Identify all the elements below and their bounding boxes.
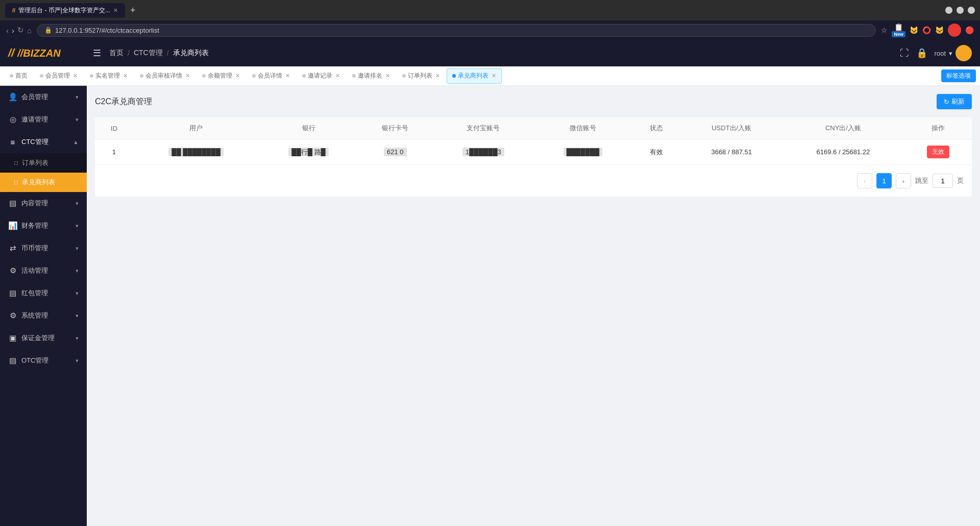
breadcrumb: 首页 / CTC管理 / 承兑商列表 <box>109 49 209 58</box>
menu-icon1[interactable]: 🐱 <box>910 26 918 34</box>
sidebar-item-member[interactable]: 👤会员管理▾ <box>0 86 87 108</box>
page-tab-1[interactable]: 会员管理✕ <box>34 68 83 84</box>
sidebar-item-otc[interactable]: ▤OTC管理▾ <box>0 349 87 372</box>
profile-avatar[interactable] <box>948 23 961 37</box>
col-header-2: 银行 <box>259 117 358 139</box>
sidebar-sub-order-list[interactable]: □订单列表 <box>0 153 87 173</box>
page-tab-4[interactable]: 余额管理✕ <box>197 68 246 84</box>
page-tab-8[interactable]: 订单列表✕ <box>397 68 446 84</box>
col-header-4: 支付宝账号 <box>432 117 534 139</box>
sidebar-sub-icon-order-list: □ <box>14 159 18 166</box>
cell-0-2: ██行█ 路█ <box>259 139 358 165</box>
sidebar-chevron-content: ▾ <box>76 200 79 207</box>
browser-tab-title: 管理后台 - 币严|全球数字资产交... <box>18 6 110 15</box>
lock-button[interactable]: 🔒 <box>916 47 927 59</box>
sidebar-chevron-coin: ▾ <box>76 245 79 252</box>
page-label: 页 <box>957 176 964 185</box>
sidebar-item-content[interactable]: ▤内容管理▾ <box>0 192 87 214</box>
page-1-button[interactable]: 1 <box>876 173 892 188</box>
home-button[interactable]: ⌂ <box>27 26 32 35</box>
sidebar-label-system: 系统管理 <box>21 311 48 320</box>
page-tab-2[interactable]: 实名管理✕ <box>84 68 133 84</box>
sidebar-chevron-redpack: ▾ <box>76 290 79 297</box>
extensions-button[interactable]: 📋 New <box>892 23 905 37</box>
cell-0-1: ██ ████████ <box>133 139 259 165</box>
sidebar-label-activity: 活动管理 <box>21 266 48 275</box>
page-tab-3[interactable]: 会员审核详情✕ <box>134 68 195 84</box>
sidebar-icon-ctc: ≡ <box>8 138 17 147</box>
tab-close-7[interactable]: ✕ <box>385 73 390 79</box>
prev-page-button[interactable]: ‹ <box>857 173 872 188</box>
sidebar-label-margin: 保证金管理 <box>21 333 55 343</box>
url-bar[interactable]: 🔒 127.0.0.1:9527/#/ctc/ctcacceptorlist <box>37 24 876 37</box>
sidebar-item-invite[interactable]: ◎邀请管理▾ <box>0 108 87 131</box>
fullscreen-button[interactable]: ⛶ <box>900 48 909 59</box>
tag-select-button[interactable]: 标签选项 <box>941 69 976 82</box>
tab-close-8[interactable]: ✕ <box>435 73 440 79</box>
minimize-button[interactable] <box>945 7 952 14</box>
page-tab-5[interactable]: 会员详情✕ <box>247 68 296 84</box>
sidebar-item-ctc[interactable]: ≡CTC管理▲ <box>0 131 87 153</box>
next-page-button[interactable]: › <box>896 173 911 188</box>
tab-close-5[interactable]: ✕ <box>285 73 290 79</box>
sidebar: 👤会员管理▾◎邀请管理▾≡CTC管理▲□订单列表□承兑商列表▤内容管理▾📊财务管… <box>0 86 87 526</box>
sidebar-label-content: 内容管理 <box>21 199 48 208</box>
sidebar-icon-otc: ▤ <box>8 356 17 365</box>
user-info[interactable]: root ▾ <box>935 45 972 61</box>
tab-dot-2 <box>90 74 93 78</box>
sidebar-label-otc: OTC管理 <box>21 356 48 365</box>
sidebar-sub-acceptor-list[interactable]: □承兑商列表 <box>0 173 87 192</box>
invalid-button-0[interactable]: 无效 <box>927 146 949 158</box>
cell-0-5: ███████ <box>534 139 631 165</box>
sidebar-item-system[interactable]: ⚙系统管理▾ <box>0 304 87 327</box>
cell-action-0: 无效 <box>905 139 972 165</box>
menu-icon3[interactable]: 🐱 <box>935 26 944 34</box>
breadcrumb-ctc[interactable]: CTC管理 <box>134 49 163 58</box>
col-header-9: 操作 <box>905 117 972 139</box>
goto-input[interactable] <box>933 174 953 188</box>
sidebar-icon-finance: 📊 <box>8 221 17 230</box>
sidebar-item-activity[interactable]: ⚙活动管理▾ <box>0 259 87 282</box>
sidebar-label-ctc: CTC管理 <box>21 137 48 147</box>
extensions-icon[interactable]: 🔴 <box>965 26 974 34</box>
tab-close-3[interactable]: ✕ <box>185 73 190 79</box>
browser-tab-close[interactable]: ✕ <box>113 7 118 14</box>
tab-close-4[interactable]: ✕ <box>235 73 240 79</box>
sidebar-item-redpack[interactable]: ▤红包管理▾ <box>0 282 87 304</box>
sidebar-item-margin[interactable]: ▣保证金管理▾ <box>0 327 87 349</box>
bookmark-button[interactable]: ☆ <box>881 26 888 34</box>
sidebar-chevron-invite: ▾ <box>76 116 79 123</box>
sidebar-label-finance: 财务管理 <box>21 221 48 230</box>
menu-icon2[interactable]: ⭕ <box>922 26 931 34</box>
hamburger-button[interactable]: ☰ <box>93 47 101 59</box>
sidebar-label-coin: 币币管理 <box>21 244 48 253</box>
new-tab-button[interactable]: + <box>127 5 139 16</box>
sidebar-item-finance[interactable]: 📊财务管理▾ <box>0 214 87 237</box>
tab-dot-7 <box>352 74 356 78</box>
col-header-8: CNY出/入账 <box>781 117 905 139</box>
forward-button[interactable]: › <box>12 26 14 35</box>
page-tab-7[interactable]: 邀请排名✕ <box>347 68 396 84</box>
tab-close-2[interactable]: ✕ <box>123 73 128 79</box>
sidebar-chevron-member: ▾ <box>76 94 79 101</box>
col-header-1: 用户 <box>133 117 259 139</box>
tab-close-6[interactable]: ✕ <box>335 73 340 79</box>
tab-close-1[interactable]: ✕ <box>73 73 78 79</box>
url-text: 127.0.0.1:9527/#/ctc/ctcacceptorlist <box>55 27 159 34</box>
refresh-button[interactable]: ↻ 刷新 <box>937 94 972 109</box>
logo-icon: // <box>8 46 14 60</box>
sidebar-item-coin[interactable]: ⇄币币管理▾ <box>0 237 87 259</box>
cell-0-7: 3668 / 887.51 <box>681 139 781 165</box>
close-button[interactable] <box>968 7 975 14</box>
page-tab-6[interactable]: 邀请记录✕ <box>297 68 346 84</box>
col-header-3: 银行卡号 <box>358 117 432 139</box>
back-button[interactable]: ‹ <box>6 26 9 35</box>
tab-close-9[interactable]: ✕ <box>492 73 496 79</box>
maximize-button[interactable] <box>957 7 964 14</box>
breadcrumb-home[interactable]: 首页 <box>109 49 124 58</box>
page-tab-0[interactable]: 首页 <box>4 68 33 84</box>
col-header-7: USDT出/入账 <box>681 117 781 139</box>
reload-button[interactable]: ↻ <box>17 26 24 35</box>
cell-0-4: 1██████3 <box>432 139 534 165</box>
page-tab-9[interactable]: 承兑商列表✕ <box>447 68 502 84</box>
